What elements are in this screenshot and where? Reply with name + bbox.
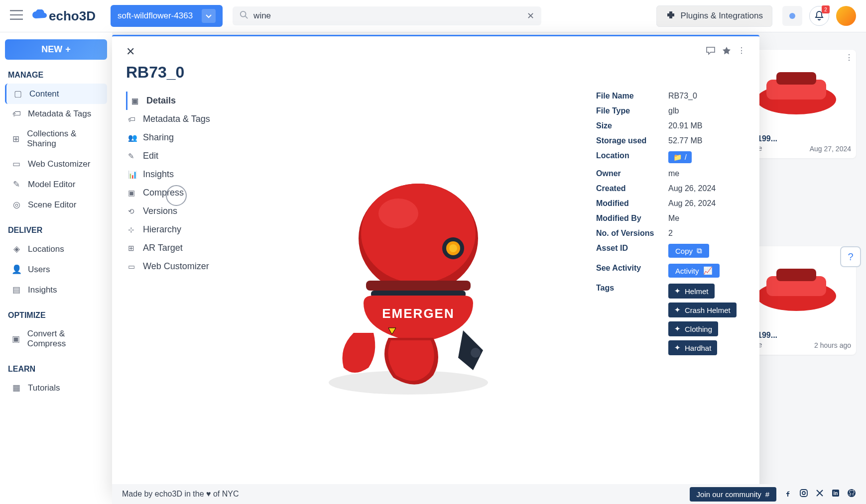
footer: Made by echo3D in the ♥ of NYC Join our … xyxy=(112,484,866,504)
new-label: NEW xyxy=(41,44,62,55)
linkedin-icon[interactable]: in xyxy=(831,489,840,500)
nav-artarget[interactable]: ⊞AR Target xyxy=(126,239,231,257)
value-modifiedby: Me xyxy=(668,214,679,223)
value-storage: 52.77 MB xyxy=(668,136,702,145)
sidebar-item-modeleditor[interactable]: ✎Model Editor xyxy=(5,174,107,195)
tag-item[interactable]: ✦Helmet xyxy=(668,284,715,299)
assist-button[interactable] xyxy=(782,6,802,26)
svg-rect-7 xyxy=(776,269,816,281)
cube-icon: ▣ xyxy=(131,97,141,105)
target-icon: ⊞ xyxy=(128,244,138,253)
help-button[interactable]: ? xyxy=(840,246,861,267)
nav-metadata[interactable]: 🏷Metadata & Tags xyxy=(126,110,231,128)
tag-icon: 🏷 xyxy=(11,109,22,119)
new-button[interactable]: NEW + xyxy=(5,39,107,60)
facebook-icon[interactable] xyxy=(783,489,792,500)
activity-button[interactable]: Activity📈 xyxy=(668,264,720,278)
notification-count: 2 xyxy=(822,5,830,13)
chart-icon: 📊 xyxy=(128,170,138,179)
x-icon[interactable] xyxy=(815,489,824,500)
value-modified: Aug 26, 2024 xyxy=(668,199,716,208)
more-icon[interactable]: ⋮ xyxy=(738,46,745,58)
sidebar-item-users[interactable]: 👤Users xyxy=(5,259,107,280)
more-icon[interactable]: ⋮ xyxy=(845,53,853,62)
compress-icon: ▣ xyxy=(128,189,138,198)
sidebar-item-tutorials[interactable]: ▦Tutorials xyxy=(5,378,107,398)
value-size: 20.91 MB xyxy=(668,121,702,130)
sidebar-item-insights[interactable]: ▤Insights xyxy=(5,280,107,300)
slack-icon: # xyxy=(765,490,769,499)
nav-hierarchy[interactable]: ⊹Hierarchy xyxy=(126,220,231,239)
label-modifiedby: Modified By xyxy=(596,214,668,223)
chevron-down-icon xyxy=(202,9,216,23)
user-icon: 👤 xyxy=(11,264,22,275)
label-filetype: File Type xyxy=(596,106,668,115)
tag-icon: 🏷 xyxy=(128,115,138,123)
comment-icon[interactable] xyxy=(706,46,716,58)
instagram-icon[interactable] xyxy=(799,489,808,500)
asset-title: RB73_0 xyxy=(126,63,745,82)
plugins-button[interactable]: Plugins & Integrations xyxy=(656,5,772,27)
svg-point-21 xyxy=(802,492,805,495)
svg-rect-15 xyxy=(366,281,471,291)
community-button[interactable]: Join our community # xyxy=(690,487,776,502)
tag-item[interactable]: ✦Crash Helmet xyxy=(668,302,737,317)
svg-point-1 xyxy=(789,13,795,19)
svg-point-19 xyxy=(471,348,481,358)
value-created: Aug 26, 2024 xyxy=(668,184,716,193)
copy-icon: ⧉ xyxy=(697,246,702,255)
sparkle-icon: ✦ xyxy=(674,287,681,296)
close-icon[interactable]: ✕ xyxy=(126,45,135,58)
value-owner: me xyxy=(668,169,679,178)
grid-icon: ⊞ xyxy=(11,134,21,144)
tag-item[interactable]: ✦Hardhat xyxy=(668,340,717,355)
logo-text: echo3D xyxy=(49,8,96,24)
star-icon[interactable] xyxy=(722,46,732,58)
location-button[interactable]: 📁/ xyxy=(668,151,692,163)
search-input[interactable] xyxy=(253,11,527,21)
label-storage: Storage used xyxy=(596,136,668,145)
github-icon[interactable] xyxy=(847,489,856,500)
nav-insights[interactable]: 📊Insights xyxy=(126,165,231,184)
nav-details[interactable]: ▣Details xyxy=(126,92,231,110)
chart-icon: 📈 xyxy=(703,266,713,275)
project-selector[interactable]: soft-wildflower-4363 xyxy=(111,5,223,27)
svg-text:in: in xyxy=(834,491,838,496)
tag-item[interactable]: ✦Clothing xyxy=(668,321,718,336)
nav-webcustomizer[interactable]: ▭Web Customizer xyxy=(126,257,231,276)
sidebar-item-metadata[interactable]: 🏷Metadata & Tags xyxy=(5,104,107,124)
folder-icon: 📁 xyxy=(673,153,682,161)
sidebar-item-collections[interactable]: ⊞Collections & Sharing xyxy=(5,124,107,154)
svg-rect-4 xyxy=(776,72,816,85)
logo[interactable]: echo3D xyxy=(32,8,96,24)
sparkle-icon: ✦ xyxy=(674,343,681,352)
sidebar-item-convert[interactable]: ▣Convert & Compress xyxy=(5,324,107,354)
nav-sharing[interactable]: 👥Sharing xyxy=(126,128,231,147)
compress-icon: ▣ xyxy=(11,334,21,344)
sidebar-item-content[interactable]: ▢Content xyxy=(5,84,107,104)
tag-list: ✦Helmet ✦Crash Helmet ✦Clothing ✦Hardhat xyxy=(668,284,737,355)
sparkle-icon: ✦ xyxy=(674,324,681,333)
sidebar-item-sceneeditor[interactable]: ◎Scene Editor xyxy=(5,195,107,215)
nav-compress[interactable]: ▣Compress xyxy=(126,184,231,202)
sidebar-item-webcustomizer[interactable]: ▭Web Customizer xyxy=(5,154,107,174)
project-name: soft-wildflower-4363 xyxy=(118,11,193,21)
label-location: Location xyxy=(596,151,668,163)
tutorial-icon: ▦ xyxy=(11,383,22,393)
notifications-button[interactable]: 2 xyxy=(809,6,829,26)
asset-preview[interactable]: EMERGEN xyxy=(231,92,596,484)
search-icon xyxy=(240,10,248,21)
nav-edit[interactable]: ✎Edit xyxy=(126,147,231,165)
svg-rect-20 xyxy=(800,490,807,497)
svg-text:EMERGEN: EMERGEN xyxy=(382,306,454,321)
label-owner: Owner xyxy=(596,169,668,178)
svg-point-0 xyxy=(241,11,246,17)
menu-icon[interactable] xyxy=(10,10,23,22)
scene-icon: ◎ xyxy=(11,200,22,210)
value-filename: RB73_0 xyxy=(668,92,697,101)
label-versions: No. of Versions xyxy=(596,229,668,238)
sidebar-item-locations[interactable]: ◈Locations xyxy=(5,239,107,259)
copy-button[interactable]: Copy⧉ xyxy=(668,244,709,258)
user-avatar[interactable] xyxy=(836,6,856,26)
close-icon[interactable]: ✕ xyxy=(527,10,534,21)
